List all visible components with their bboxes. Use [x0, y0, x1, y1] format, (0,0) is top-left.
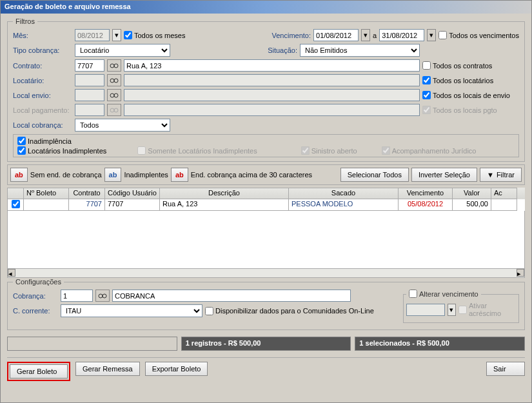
sem-end-label: Sem end. de cobrança — [30, 171, 102, 179]
inadimplentes-label: Inadimplentes — [124, 171, 168, 179]
ccorrente-select[interactable]: ITAU — [61, 304, 202, 317]
config-group: Configurações Cobrança: C. corrente: ITA… — [7, 278, 525, 330]
vencimento-label: Vencimento: — [271, 32, 311, 39]
col-contrato[interactable]: Contrato — [69, 188, 105, 199]
locatario-input — [75, 74, 104, 86]
disponibilizar-checkbox[interactable] — [205, 307, 213, 315]
status-empty — [7, 337, 177, 351]
local-pagamento-desc-input — [124, 104, 420, 116]
alterar-venc-checkbox[interactable] — [409, 290, 417, 298]
cobranca-label: Cobrança: — [13, 292, 58, 300]
col-vencimento[interactable]: Vencimento — [399, 188, 453, 199]
row-checkbox[interactable] — [12, 200, 20, 208]
cell-sacado: PESSOA MODELO — [289, 199, 399, 211]
grid-scrollbar[interactable]: ◂ ▸ — [7, 269, 525, 278]
ativar-acrescimo-checkbox — [458, 306, 467, 314]
alterar-venc-label: Alterar vencimento — [419, 290, 478, 298]
contrato-input[interactable] — [75, 59, 104, 72]
filtros-legend: Filtros — [13, 17, 37, 25]
col-check — [7, 188, 24, 199]
col-sacado[interactable]: Sacado — [289, 188, 399, 199]
gerar-remessa-button[interactable]: Gerar Remessa — [75, 362, 140, 376]
contrato-search-button[interactable] — [107, 59, 121, 72]
svg-point-6 — [110, 108, 114, 112]
contrato-desc-input[interactable] — [124, 59, 420, 72]
cell-contrato: 7707 — [69, 199, 105, 211]
todos-venc-checkbox[interactable] — [438, 31, 447, 39]
alterar-venc-group: Alterar vencimento ▾ Ativar acréscimo — [403, 290, 519, 323]
mes-dropdown-icon: ▾ — [112, 29, 121, 41]
sair-button[interactable]: Sair — [486, 362, 525, 376]
local-envio-desc-input — [124, 89, 420, 101]
exportar-boleto-button[interactable]: Exportar Boleto — [145, 362, 208, 376]
results-grid: Nº Boleto Contrato Código Usuário Descri… — [7, 188, 525, 278]
cobranca-search-button[interactable] — [95, 290, 110, 302]
sem-end-badge[interactable]: ab — [10, 168, 28, 182]
sinistro-checkbox — [301, 146, 310, 155]
acima30-badge[interactable]: ab — [171, 168, 188, 182]
local-envio-label: Local envio: — [13, 92, 72, 99]
venc-ate-dropdown[interactable]: ▾ — [427, 29, 436, 41]
situacao-select[interactable]: Não Emitidos — [300, 44, 420, 57]
local-envio-search-button[interactable] — [107, 89, 121, 101]
inadimplentes-badge[interactable]: ab — [104, 168, 122, 182]
local-envio-input — [75, 89, 104, 101]
svg-point-0 — [110, 64, 114, 68]
svg-point-5 — [114, 93, 118, 97]
situacao-label: Situação: — [268, 46, 297, 54]
local-cobranca-select[interactable]: Todos — [75, 119, 170, 132]
locatario-search-button[interactable] — [107, 74, 121, 86]
contrato-label: Contrato: — [13, 62, 72, 70]
mes-input — [75, 29, 110, 41]
selecionar-todos-button[interactable]: Selecionar Todos — [340, 168, 409, 182]
venc-ate-input[interactable] — [379, 29, 424, 41]
somente-inad-checkbox — [137, 146, 146, 155]
acima30-label: End. cobrança acima de 30 caracteres — [191, 171, 312, 179]
table-row[interactable]: 7707 7707 Rua A, 123 PESSOA MODELO 05/08… — [7, 199, 525, 211]
todos-envio-checkbox[interactable] — [422, 91, 431, 99]
inverter-selecao-button[interactable]: Inverter Seleção — [411, 168, 477, 182]
inadimplencia-checkbox[interactable] — [17, 137, 26, 145]
svg-point-8 — [99, 294, 103, 298]
venc-de-input[interactable] — [313, 29, 359, 41]
cell-num-boleto — [24, 199, 69, 211]
scroll-left-icon[interactable]: ◂ — [8, 269, 15, 277]
somente-inad-label: Somente Locatários Inadimplentes — [148, 147, 257, 155]
tipo-cobranca-select[interactable]: Locatário — [75, 44, 170, 57]
locatarios-inad-label: Locatários Inadimplentes — [28, 147, 106, 155]
status-selecionados: 1 selecionados - R$ 500,00 — [355, 337, 525, 351]
cell-vencimento: 05/08/2012 — [399, 199, 453, 211]
filtrar-button[interactable]: ▼Filtrar — [480, 168, 522, 182]
todos-locatarios-checkbox[interactable] — [422, 76, 431, 84]
acomp-juridico-label: Acompanhamento Jurídico — [392, 147, 477, 155]
col-cod-usuario[interactable]: Código Usuário — [105, 188, 160, 199]
ccorrente-label: C. corrente: — [13, 307, 58, 315]
col-num-boleto[interactable]: Nº Boleto — [24, 188, 69, 199]
col-valor[interactable]: Valor — [453, 188, 491, 199]
todos-meses-checkbox[interactable] — [124, 31, 132, 39]
svg-point-3 — [114, 79, 118, 83]
todos-envio-label: Todos os locais de envio — [433, 92, 510, 99]
todos-pgto-label: Todos os locais pgto — [433, 106, 497, 114]
venc-de-dropdown[interactable]: ▾ — [361, 29, 370, 41]
scroll-right-icon[interactable]: ▸ — [517, 269, 524, 277]
status-registros: 1 registros - R$ 500,00 — [181, 337, 351, 351]
col-descricao[interactable]: Descrição — [160, 188, 289, 199]
sinistro-label: Sinistro aberto — [311, 147, 357, 155]
svg-point-2 — [110, 79, 114, 83]
svg-point-9 — [103, 294, 106, 298]
todos-pgto-checkbox — [422, 106, 431, 114]
acomp-juridico-checkbox — [382, 146, 390, 155]
local-pagamento-search-button — [107, 104, 121, 116]
todos-contratos-checkbox[interactable] — [422, 61, 431, 70]
cobranca-desc-input[interactable] — [112, 290, 351, 302]
col-ac[interactable]: Ac — [491, 188, 517, 199]
a-label: a — [373, 32, 377, 39]
gerar-boleto-button[interactable]: Gerar Boleto — [10, 364, 68, 378]
locatarios-inad-checkbox[interactable] — [17, 146, 26, 155]
todos-venc-label: Todos os vencimentos — [449, 32, 519, 39]
todos-locatarios-label: Todos os locatários — [433, 77, 493, 84]
cobranca-num-input[interactable] — [61, 290, 93, 302]
svg-point-4 — [110, 93, 114, 97]
cell-descricao: Rua A, 123 — [160, 199, 289, 211]
